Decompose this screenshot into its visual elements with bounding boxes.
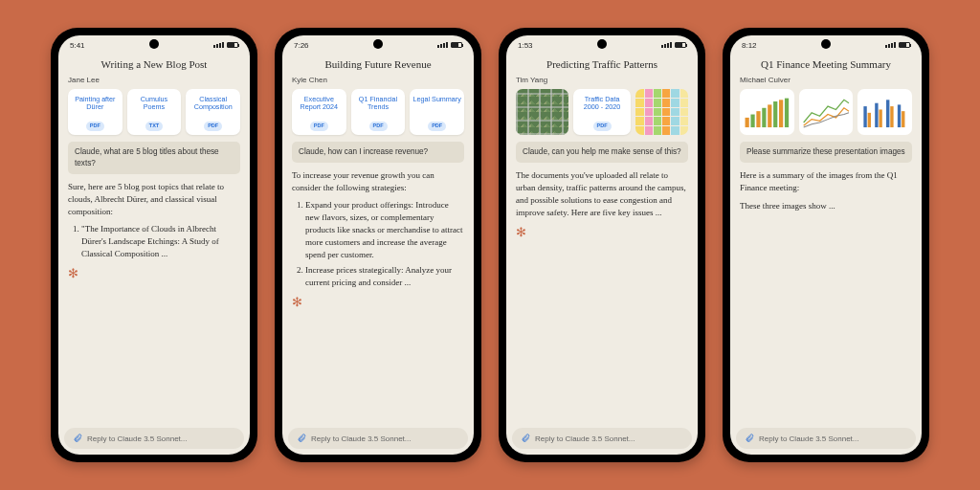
file-type-badge: PDF <box>369 122 388 131</box>
signal-icon <box>437 42 448 48</box>
camera-hole <box>149 39 159 49</box>
reply-placeholder: Reply to Claude 3.5 Sonnet... <box>87 434 188 443</box>
screen: 7:26 Building Future Revenue Kyle Chen E… <box>282 35 474 455</box>
file-type-badge: PDF <box>428 122 446 131</box>
user-message: Please summarize these presentation imag… <box>740 142 912 163</box>
attachments: Painting after Dürer PDF Cumulus Poems T… <box>68 89 240 135</box>
svg-rect-11 <box>880 109 882 127</box>
attachments <box>740 89 912 135</box>
conversation: Painting after Dürer PDF Cumulus Poems T… <box>58 89 250 422</box>
attachment-image-stickynotes[interactable] <box>635 89 688 135</box>
attachment-card[interactable]: Q1 Financial Trends PDF <box>351 89 406 135</box>
attachment-card[interactable]: Legal Summary PDF <box>410 89 464 135</box>
attach-icon[interactable] <box>745 434 754 443</box>
attach-icon[interactable] <box>297 434 306 443</box>
assistant-response: The documents you've uploaded all relate… <box>516 169 688 242</box>
signal-icon <box>213 42 224 48</box>
attachment-title: Traffic Data 2000 - 2020 <box>576 96 629 112</box>
reply-placeholder: Reply to Claude 3.5 Sonnet... <box>535 434 635 443</box>
attach-icon[interactable] <box>73 434 82 443</box>
svg-rect-9 <box>868 113 871 127</box>
clock: 8:12 <box>742 41 757 50</box>
svg-rect-3 <box>762 108 766 127</box>
response-text: To increase your revenue growth you can … <box>292 170 434 192</box>
attachment-card[interactable]: Traffic Data 2000 - 2020 PDF <box>573 89 632 135</box>
page-title: Predicting Traffic Patterns <box>506 55 698 76</box>
clock: 5:41 <box>70 41 85 50</box>
page-title: Writing a New Blog Post <box>58 55 250 76</box>
camera-hole <box>597 39 607 49</box>
file-type-badge: PDF <box>204 122 222 131</box>
attachment-card[interactable]: Classical Composition PDF <box>186 89 240 135</box>
user-message: Claude, can you help me make sense of th… <box>516 142 688 163</box>
page-title: Q1 Finance Meeting Summary <box>730 55 922 76</box>
screen: 1:53 Predicting Traffic Patterns Tim Yan… <box>506 35 698 455</box>
reply-placeholder: Reply to Claude 3.5 Sonnet... <box>759 434 859 443</box>
svg-rect-5 <box>773 101 777 127</box>
attachment-card[interactable]: Painting after Dürer PDF <box>68 89 122 135</box>
phone-frame: 5:41 Writing a New Blog Post Jane Lee Pa… <box>51 28 257 462</box>
user-message: Claude, what are 5 blog titles about the… <box>68 142 240 174</box>
attach-icon[interactable] <box>521 434 530 443</box>
user-message: Claude, how can I increase revenue? <box>292 142 464 163</box>
conversation: Executive Report 2024 PDF Q1 Financial T… <box>282 89 474 422</box>
phone-frame: 8:12 Q1 Finance Meeting Summary Michael … <box>723 28 929 462</box>
svg-rect-4 <box>768 104 771 127</box>
screen: 8:12 Q1 Finance Meeting Summary Michael … <box>730 35 922 455</box>
file-type-badge: PDF <box>310 122 328 131</box>
spark-icon: ✻ <box>292 294 464 312</box>
signal-icon <box>661 42 672 48</box>
attachment-card[interactable]: Cumulus Poems TXT <box>127 89 182 135</box>
attachment-chart-bar[interactable] <box>740 89 794 135</box>
file-type-badge: TXT <box>145 122 163 131</box>
svg-rect-2 <box>756 111 760 127</box>
svg-rect-12 <box>886 100 889 127</box>
conversation: Please summarize these presentation imag… <box>730 89 922 422</box>
signal-icon <box>885 42 896 48</box>
author-label: Michael Culver <box>730 76 922 89</box>
screen: 5:41 Writing a New Blog Post Jane Lee Pa… <box>58 35 250 455</box>
page-title: Building Future Revenue <box>282 55 474 76</box>
attachment-chart-grouped-bar[interactable] <box>858 89 912 135</box>
svg-rect-13 <box>891 106 894 127</box>
svg-rect-10 <box>876 103 879 127</box>
battery-icon <box>451 42 462 48</box>
attachment-image-aerial[interactable] <box>516 89 568 135</box>
battery-icon <box>899 42 910 48</box>
reply-input[interactable]: Reply to Claude 3.5 Sonnet... <box>512 428 692 449</box>
attachment-card[interactable]: Executive Report 2024 PDF <box>292 89 346 135</box>
list-item: Expand your product offerings: Introduce… <box>305 199 464 261</box>
svg-rect-1 <box>750 115 754 128</box>
reply-input[interactable]: Reply to Claude 3.5 Sonnet... <box>288 428 468 449</box>
battery-icon <box>227 42 238 48</box>
clock: 7:26 <box>294 41 309 50</box>
svg-rect-0 <box>746 118 749 127</box>
author-label: Jane Lee <box>58 76 250 89</box>
camera-hole <box>821 39 831 49</box>
file-type-badge: PDF <box>86 122 104 131</box>
attachment-title: Q1 Financial Trends <box>354 96 403 112</box>
attachment-title: Legal Summary <box>412 96 461 103</box>
camera-hole <box>373 39 383 49</box>
response-text: These three images show ... <box>740 200 912 212</box>
attachments: Traffic Data 2000 - 2020 PDF <box>516 89 688 135</box>
response-text: Here is a summary of the images from the… <box>740 169 912 194</box>
spark-icon: ✻ <box>516 224 688 242</box>
list-item: Increase prices strategically: Analyze y… <box>305 264 464 289</box>
reply-input[interactable]: Reply to Claude 3.5 Sonnet... <box>64 428 244 449</box>
list-item: "The Importance of Clouds in Albrecht Dü… <box>81 223 240 260</box>
attachment-title: Classical Composition <box>189 96 237 112</box>
assistant-response: To increase your revenue growth you can … <box>292 169 464 312</box>
author-label: Tim Yang <box>506 76 698 89</box>
svg-rect-15 <box>902 111 904 127</box>
reply-input[interactable]: Reply to Claude 3.5 Sonnet... <box>736 428 916 449</box>
svg-rect-8 <box>864 106 867 127</box>
attachment-chart-line[interactable] <box>799 89 854 135</box>
attachments: Executive Report 2024 PDF Q1 Financial T… <box>292 89 464 135</box>
phone-frame: 1:53 Predicting Traffic Patterns Tim Yan… <box>499 28 705 462</box>
file-type-badge: PDF <box>593 122 612 131</box>
response-text: The documents you've uploaded all relate… <box>516 170 686 217</box>
attachment-title: Painting after Dürer <box>71 96 120 112</box>
phone-frame: 7:26 Building Future Revenue Kyle Chen E… <box>275 28 481 462</box>
assistant-response: Sure, here are 5 blog post topics that r… <box>68 181 240 283</box>
